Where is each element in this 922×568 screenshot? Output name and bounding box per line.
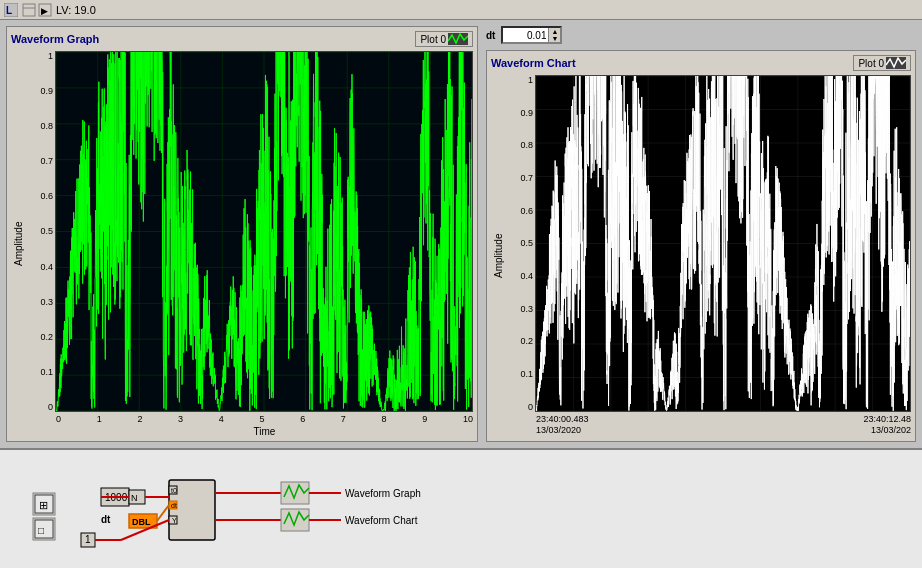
block-diagram-svg: 1000 N dt DBL 1 t0 dt Y (20, 458, 902, 562)
wg-canvas (55, 51, 473, 412)
wc-label: Waveform Chart (345, 515, 418, 526)
svg-text:L: L (6, 5, 12, 16)
svg-text:N: N (131, 493, 138, 503)
dt-spinner: ▲ ▼ (548, 28, 560, 42)
wg-y-axis-label: Amplitude (11, 51, 25, 437)
wc-header: Waveform Chart Plot 0 (491, 55, 911, 71)
wc-time-right: 23:40:12.48 (863, 414, 911, 426)
wg-y-ticks: 1 0.9 0.8 0.7 0.6 0.5 0.4 0.3 0.2 0.1 0 (27, 51, 55, 412)
wg-x-ticks: 0 1 2 3 4 5 6 7 8 9 10 (56, 412, 473, 424)
wg-x-axis-row: 0 1 2 3 4 5 6 7 8 9 10 (56, 412, 473, 424)
dt-row: dt ▲ ▼ (486, 26, 916, 44)
svg-line-23 (157, 505, 169, 521)
svg-text:▶: ▶ (41, 6, 48, 16)
dt-label: dt (486, 30, 495, 41)
svg-text:1: 1 (85, 534, 91, 545)
wc-canvas-el (536, 76, 910, 411)
wc-x-right: 23:40:12.48 13/03/202 (863, 414, 911, 437)
wc-plot-label: Plot 0 (858, 58, 884, 69)
wc-canvas (535, 75, 911, 412)
svg-text:dt: dt (101, 514, 111, 525)
wc-time-left: 23:40:00.483 (536, 414, 589, 426)
dt-input-group[interactable]: ▲ ▼ (501, 26, 562, 44)
dt-down-button[interactable]: ▼ (549, 35, 560, 42)
wc-date-left: 13/03/2020 (536, 425, 589, 437)
wg-axes: 1 0.9 0.8 0.7 0.6 0.5 0.4 0.3 0.2 0.1 0 (27, 51, 473, 437)
main-area: Waveform Graph Plot 0 Amplitude 1 0.9 (0, 20, 922, 568)
wg-plot-button[interactable]: Plot 0 (415, 31, 473, 47)
wc-plot-icon (886, 57, 906, 69)
wc-plot-button[interactable]: Plot 0 (853, 55, 911, 71)
wg-label: Waveform Graph (345, 488, 421, 499)
svg-rect-2 (23, 4, 35, 16)
wg-plot-icon (448, 33, 468, 45)
svg-text:dt: dt (171, 502, 177, 509)
wc-inner: 1 0.9 0.8 0.7 0.6 0.5 0.4 0.3 0.2 0.1 0 (507, 75, 911, 412)
wc-axes: 1 0.9 0.8 0.7 0.6 0.5 0.4 0.3 0.2 0.1 0 (507, 75, 911, 437)
right-column: dt ▲ ▼ Waveform Chart Plot 0 (486, 26, 916, 442)
wc-x-left: 23:40:00.483 13/03/2020 (536, 414, 589, 437)
dt-input[interactable] (503, 28, 548, 42)
wg-canvas-el (56, 52, 472, 411)
svg-text:DBL: DBL (132, 517, 151, 527)
svg-text:□: □ (38, 525, 44, 536)
wc-date-right: 13/03/202 (863, 425, 911, 437)
window-title: LV: 19.0 (56, 4, 96, 16)
top-row: Waveform Graph Plot 0 Amplitude 1 0.9 (0, 20, 922, 448)
svg-text:⊞: ⊞ (39, 499, 48, 511)
title-bar: L ▶ LV: 19.0 (0, 0, 922, 20)
wg-inner: 1 0.9 0.8 0.7 0.6 0.5 0.4 0.3 0.2 0.1 0 (27, 51, 473, 412)
svg-text:Y: Y (172, 517, 177, 524)
diagram-content: 1000 N dt DBL 1 t0 dt Y (20, 458, 902, 560)
wc-title: Waveform Chart (491, 57, 576, 69)
wc-y-ticks: 1 0.9 0.8 0.7 0.6 0.5 0.4 0.3 0.2 0.1 0 (507, 75, 535, 412)
app-icon: L (4, 3, 18, 17)
wc-x-axis-row: 23:40:00.483 13/03/2020 23:40:12.48 13/0… (536, 414, 911, 437)
block-diagram: 1000 N dt DBL 1 t0 dt Y (0, 448, 922, 568)
wg-header: Waveform Graph Plot 0 (11, 31, 473, 47)
window-icon2: ▶ (22, 3, 52, 17)
wc-graph-container: Amplitude 1 0.9 0.8 0.7 0.6 0.5 0.4 (491, 75, 911, 437)
wc-y-axis-label: Amplitude (491, 75, 505, 437)
wg-graph-container: Amplitude 1 0.9 0.8 0.7 0.6 0.5 0.4 0.3 … (11, 51, 473, 437)
wg-title: Waveform Graph (11, 33, 99, 45)
dt-up-button[interactable]: ▲ (549, 28, 560, 35)
wg-plot-label: Plot 0 (420, 34, 446, 45)
svg-text:t0: t0 (171, 487, 177, 494)
waveform-chart-panel: Waveform Chart Plot 0 Amplitude (486, 50, 916, 442)
wg-x-label: Time (56, 426, 473, 437)
waveform-graph-panel: Waveform Graph Plot 0 Amplitude 1 0.9 (6, 26, 478, 442)
